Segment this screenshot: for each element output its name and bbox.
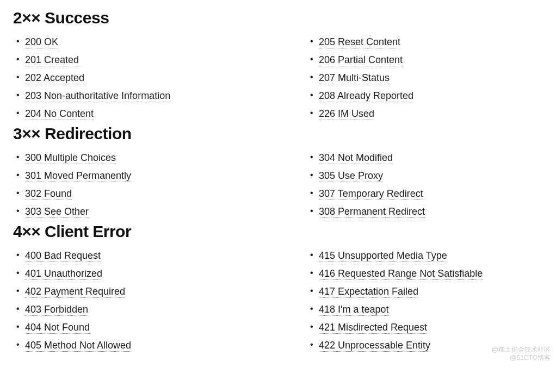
col-right-2xx: 205 Reset Content 206 Partial Content 20… [307,35,556,125]
section-3xx: 3×× Redirection 300 Multiple Choices 301… [13,125,543,222]
status-link[interactable]: 204 No Content [25,108,94,120]
list-item: 305 Use Proxy [319,169,556,183]
list-item: 208 Already Reported [319,89,556,103]
list-item: 303 See Other [25,204,307,219]
list-item: 405 Method Not Allowed [25,338,307,353]
status-link[interactable]: 307 Temporary Redirect [319,188,423,200]
status-link[interactable]: 302 Found [25,188,72,200]
status-link[interactable]: 203 Non-authoritative Information [25,90,170,102]
status-link[interactable]: 418 I'm a teapot [319,304,389,316]
list-item: 422 Unprocessable Entity [319,338,556,353]
list-item: 415 Unsupported Media Type [319,248,556,263]
list-item: 206 Partial Content [319,53,556,67]
status-link[interactable]: 304 Not Modified [319,152,393,164]
list-item: 403 Forbidden [25,302,307,317]
status-link[interactable]: 403 Forbidden [25,304,88,316]
list-item: 205 Reset Content [319,35,556,49]
heading-4xx: 4×× Client Error [13,222,543,241]
list-2xx-right: 205 Reset Content 206 Partial Content 20… [307,35,556,121]
col-left-3xx: 300 Multiple Choices 301 Moved Permanent… [13,151,307,222]
col-left-4xx: 400 Bad Request 401 Unauthorized 402 Pay… [13,248,307,356]
list-item: 304 Not Modified [319,151,556,165]
status-link[interactable]: 401 Unauthorized [25,268,102,280]
status-link[interactable]: 205 Reset Content [319,36,400,48]
status-link[interactable]: 305 Use Proxy [319,170,383,182]
status-link[interactable]: 405 Method Not Allowed [25,340,131,352]
status-link[interactable]: 200 OK [25,36,58,48]
list-item: 207 Multi-Status [319,71,556,85]
columns-2xx: 200 OK 201 Created 202 Accepted 203 Non-… [13,35,543,125]
heading-2xx: 2×× Success [13,9,543,27]
list-item: 416 Requested Range Not Satisfiable [319,266,556,281]
heading-3xx: 3×× Redirection [13,125,543,143]
list-3xx-right: 304 Not Modified 305 Use Proxy 307 Tempo… [307,151,556,219]
list-item: 226 IM Used [319,107,556,121]
col-right-4xx: 415 Unsupported Media Type 416 Requested… [307,248,556,356]
status-link[interactable]: 402 Payment Required [25,286,125,298]
status-link[interactable]: 421 Misdirected Request [319,322,427,334]
section-2xx: 2×× Success 200 OK 201 Created 202 Accep… [13,9,543,125]
list-3xx-left: 300 Multiple Choices 301 Moved Permanent… [13,151,307,219]
col-left-2xx: 200 OK 201 Created 202 Accepted 203 Non-… [13,35,307,125]
list-item: 421 Misdirected Request [319,320,556,335]
list-item: 404 Not Found [25,320,307,335]
list-item: 307 Temporary Redirect [319,186,556,201]
list-item: 401 Unauthorized [25,266,307,281]
list-2xx-left: 200 OK 201 Created 202 Accepted 203 Non-… [13,35,307,121]
list-item: 400 Bad Request [25,248,307,263]
status-link[interactable]: 207 Multi-Status [319,72,390,84]
list-item: 300 Multiple Choices [25,151,307,165]
list-item: 418 I'm a teapot [319,302,556,317]
section-4xx: 4×× Client Error 400 Bad Request 401 Una… [13,222,543,356]
status-link[interactable]: 301 Moved Permanently [25,170,131,182]
list-item: 203 Non-authoritative Information [25,89,307,103]
status-link[interactable]: 226 IM Used [319,108,374,120]
list-item: 302 Found [25,186,307,201]
list-item: 301 Moved Permanently [25,169,307,183]
status-link[interactable]: 400 Bad Request [25,250,101,262]
status-link[interactable]: 208 Already Reported [319,90,413,102]
status-link[interactable]: 404 Not Found [25,322,90,334]
status-link[interactable]: 308 Permanent Redirect [319,206,425,218]
status-link[interactable]: 202 Accepted [25,72,84,84]
list-item: 202 Accepted [25,71,307,85]
list-item: 417 Expectation Failed [319,284,556,299]
list-4xx-left: 400 Bad Request 401 Unauthorized 402 Pay… [13,248,307,353]
status-link[interactable]: 206 Partial Content [319,54,403,66]
status-link[interactable]: 415 Unsupported Media Type [319,250,447,262]
status-link[interactable]: 416 Requested Range Not Satisfiable [319,268,483,280]
status-link[interactable]: 300 Multiple Choices [25,152,116,164]
status-link[interactable]: 422 Unprocessable Entity [319,340,430,352]
col-right-3xx: 304 Not Modified 305 Use Proxy 307 Tempo… [307,151,556,222]
list-4xx-right: 415 Unsupported Media Type 416 Requested… [307,248,556,353]
list-item: 308 Permanent Redirect [319,204,556,219]
columns-4xx: 400 Bad Request 401 Unauthorized 402 Pay… [13,248,543,356]
status-link[interactable]: 303 See Other [25,206,89,218]
list-item: 204 No Content [25,107,307,121]
list-item: 200 OK [25,35,307,49]
list-item: 201 Created [25,53,307,67]
status-link[interactable]: 201 Created [25,54,79,66]
status-link[interactable]: 417 Expectation Failed [319,286,418,298]
columns-3xx: 300 Multiple Choices 301 Moved Permanent… [13,151,543,222]
list-item: 402 Payment Required [25,284,307,299]
